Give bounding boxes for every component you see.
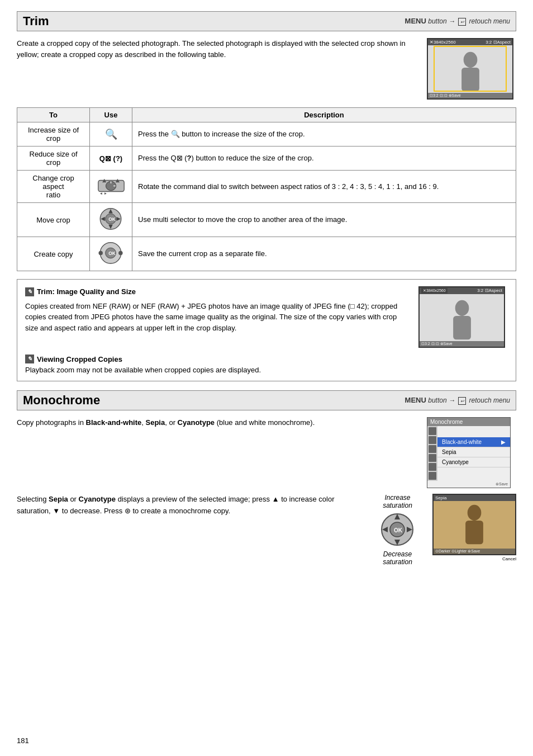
trim-intro: Create a cropped copy of the selected ph… [17,38,516,100]
trim-note-title1: ✎ Trim: Image Quality and Size [25,286,411,297]
table-row: Create copy OK Save the current crop as … [17,237,516,271]
increase-text: Increase saturation [383,494,412,509]
row3-use: ◄ ► [90,171,132,203]
mono-retouch-icon: ↩ [458,397,466,405]
svg-text:OK: OK [108,216,116,222]
mono-body-para: Selecting Sepia or Cyanotype displays a … [17,494,368,517]
trim-retouch-label: retouch menu [469,17,510,25]
sidebar-icon-2 [429,436,436,444]
note-icon-2: ✎ [25,355,34,363]
mono-item-sepia: Sepia [437,447,510,457]
row1-desc: Press the 🔍 button to increase the size … [132,122,516,147]
trim-intro-text: Create a cropped copy of the selected ph… [17,38,418,100]
person-svg-2 [445,299,479,341]
row2-use: Q⊠ (?) [90,147,132,171]
mono-preview-screen: Sepia ⊙Darker ⊙Lighter ⊛Save Cancel [432,494,516,561]
trim-arrow: → [449,17,455,25]
row2-to: Reduce size of crop [17,147,90,171]
bold-cyanotype2: Cyanotype [79,495,116,503]
row4-desc: Use multi selector to move the crop to a… [132,203,516,237]
cam-header-2: ✕3840x2560 3:2 ⊡Aspect [420,287,504,294]
mono-item-cyanotype: Cyanotype [437,457,510,467]
mono-menu-ref: MENU button → ↩ retouch menu [405,396,510,405]
cam-screen-sepia-inner [434,495,515,554]
mono-dpad-wrap: OK [379,512,416,548]
cam-screen-1: ✕3840x2560 3:2 ⊡Aspect ⊡3:2 ⊡:⊡ ⊛Save [427,38,513,100]
row2-desc: Press the Q⊠ (?) button to reduce the si… [132,147,516,171]
table-row: Change crop aspectratio ◄ ► Rotate the c… [17,171,516,203]
label-increase: Increase saturation [383,494,412,509]
trim-note-title-text2: Viewing Cropped Copies [37,355,122,363]
th-desc: Description [132,108,516,122]
svg-point-19 [98,251,103,256]
svg-point-20 [118,251,123,256]
cam-footer-sepia: ⊙Darker ⊙Lighter ⊛Save [434,549,515,554]
trim-note-body2: Playback zoom may not be available when … [25,366,508,374]
row5-to: Create copy [17,237,90,271]
cam-screen-sepia: Sepia ⊙Darker ⊙Lighter ⊛Save [432,494,516,555]
bold-bw: Black-and-white [86,418,142,427]
trim-note-title2: ✎ Viewing Cropped Copies [25,355,508,363]
preview-cancel-label: Cancel [432,556,516,561]
table-row: Increase size of crop 🔍 Press the 🔍 butt… [17,122,516,147]
trim-section: Trim MENU button → ↩ retouch menu Create… [17,11,516,381]
table-row: Move crop OK Use multi selector to move … [17,203,516,237]
cam-header-1: ✕3840x2560 3:2 ⊡Aspect [428,39,512,45]
trim-note-text1: ✎ Trim: Image Quality and Size Copies cr… [25,286,411,348]
multi-selector-icon: OK [96,206,126,231]
mono-menu-word: MENU [405,396,426,404]
row5-use: OK [90,237,132,271]
ok-button-icon: OK [96,240,126,266]
command-dial-icon: ◄ ► [97,176,125,196]
trim-note-camera2: ✕3840x2560 3:2 ⊡Aspect ⊡3:2 ⊡:⊡ ⊛Save [418,286,508,348]
trim-button-label: button [428,17,449,25]
person-svg-sepia [458,504,491,546]
mono-menu-bottom: ⊛Save [427,481,510,488]
bold-sepia2: Sepia [49,495,68,503]
trim-note-section2: ✎ Viewing Cropped Copies Playback zoom m… [25,355,508,374]
row5-desc: Save the current crop as a separate file… [132,237,516,271]
cam-footer-1: ⊡3:2 ⊡:⊡ ⊛Save [428,93,512,98]
cam-header-sepia: Sepia [434,495,515,501]
decrease-text: Decrease saturation [383,550,412,566]
svg-text:OK: OK [108,251,116,256]
mono-multiselector-icon: OK [379,512,416,548]
mono-bottom-text: Selecting Sepia or Cyanotype displays a … [17,494,368,517]
row3-desc: Rotate the command dial to switch betwee… [132,171,516,203]
mono-intro-area: Copy photographs in Black-and-white, Sep… [17,417,516,488]
trim-note-title-text1: Trim: Image Quality and Size [37,286,136,297]
mono-intro-para: Copy photographs in Black-and-white, Sep… [17,417,418,429]
row4-to: Move crop [17,203,90,237]
sidebar-icon-5 [429,463,436,471]
svg-text:OK: OK [394,527,403,533]
mono-retouch-label: retouch menu [469,396,510,404]
cam-footer-2: ⊡3:2 ⊡:⊡ ⊛Save [420,341,504,347]
trim-note-body1: Copies created from NEF (RAW) or NEF (RA… [25,301,411,334]
mono-menu-list: Black-and-white ▶ Sepia Cyanotype [437,426,510,481]
mono-button-label: button [428,396,449,404]
trim-camera-screen: ✕3840x2560 3:2 ⊡Aspect ⊡3:2 ⊡:⊡ ⊛Save [427,38,516,100]
th-use: Use [90,108,132,122]
trim-menu-ref: MENU button → ↩ retouch menu [405,17,510,26]
crop-indicator [434,46,507,92]
sidebar-icon-1 [429,427,436,435]
svg-point-21 [455,300,469,315]
mono-menu-title: Monochrome [427,418,510,426]
sidebar-icon-4 [429,454,436,462]
mono-menu-widget: Monochrome Black-and-white ▶ [427,417,511,488]
note-icon-1: ✎ [25,287,34,296]
monochrome-section: Monochrome MENU button → ↩ retouch menu … [17,390,516,566]
cam-screen-inner-2 [420,287,504,347]
row4-use: OK [90,203,132,237]
th-to: To [17,108,90,122]
row3-to: Change crop aspectratio [17,171,90,203]
svg-rect-31 [465,521,483,544]
trim-note-box: ✎ Trim: Image Quality and Size Copies cr… [17,279,516,381]
trim-note-section1: ✎ Trim: Image Quality and Size Copies cr… [25,286,508,348]
svg-rect-22 [453,316,471,339]
mono-menu-body: Black-and-white ▶ Sepia Cyanotype [427,426,510,481]
menu-word: MENU [405,17,426,25]
row1-use: 🔍 [90,122,132,147]
label-decrease: Decrease saturation [383,550,412,566]
mono-sidebar [427,426,437,481]
